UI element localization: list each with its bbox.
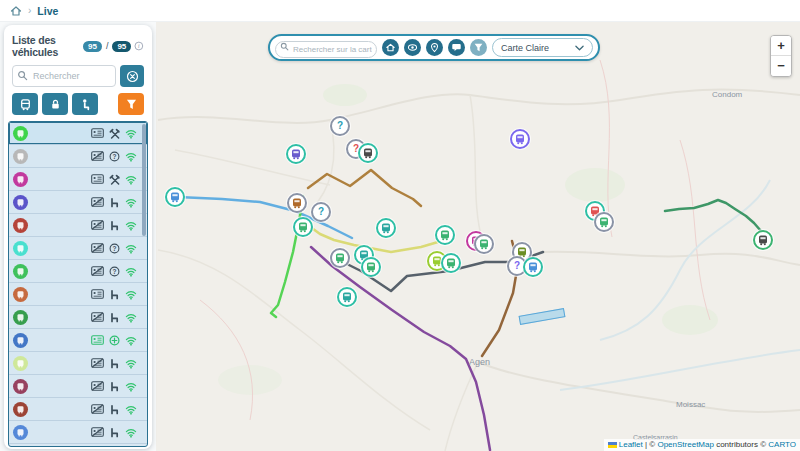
map-marker[interactable]: ?: [287, 193, 307, 213]
map-marker[interactable]: ?: [337, 287, 357, 307]
bus-icon: [757, 234, 769, 246]
map-marker[interactable]: ?: [594, 212, 614, 232]
vehicle-list-item[interactable]: ?: [9, 352, 147, 375]
wifi-icon: [125, 312, 137, 323]
info-icon[interactable]: i: [134, 39, 144, 53]
visibility-button[interactable]: [404, 39, 421, 56]
vehicle-list-item[interactable]: ?: [9, 375, 147, 398]
map-marker[interactable]: ?: [376, 218, 396, 238]
filter-vehicles-button[interactable]: [12, 93, 38, 115]
vehicle-list-item[interactable]: ?: [9, 283, 147, 306]
count-separator: /: [106, 41, 109, 51]
status-icon: ?: [109, 381, 120, 392]
search-icon: [280, 42, 289, 51]
question-icon: ?: [109, 266, 120, 277]
vehicle-list-item[interactable]: ?: [9, 122, 147, 145]
map-marker[interactable]: ?: [286, 144, 306, 164]
wifi-icon: [125, 358, 137, 369]
map-marker[interactable]: ?: [165, 187, 185, 207]
map-marker[interactable]: ?: [293, 217, 313, 237]
filter-drivers-button[interactable]: [72, 93, 98, 115]
clear-search-button[interactable]: [120, 65, 144, 87]
plus-circle-icon: [109, 335, 120, 346]
map-marker[interactable]: ?: [753, 230, 773, 250]
vehicle-list-item[interactable]: ?: [9, 237, 147, 260]
map-marker[interactable]: ?: [523, 257, 543, 277]
map-marker[interactable]: ?: [435, 225, 455, 245]
carto-link[interactable]: CARTO: [768, 440, 796, 449]
advanced-filter-button[interactable]: [118, 93, 144, 115]
bus-icon: [16, 244, 25, 253]
zoom-out-button[interactable]: −: [771, 56, 791, 76]
driver-card-icon: [91, 335, 104, 345]
filter-security-button[interactable]: [42, 93, 68, 115]
bus-icon: [16, 198, 25, 207]
bus-icon: [16, 359, 25, 368]
vehicle-list-item[interactable]: ?: [9, 145, 147, 168]
bus-icon: [362, 147, 374, 159]
home-icon: [385, 42, 396, 53]
map-marker[interactable]: ?: [330, 116, 350, 136]
vehicle-list-item[interactable]: ?: [9, 168, 147, 191]
vehicle-list-item[interactable]: ?: [9, 260, 147, 283]
circle-x-icon: [126, 70, 139, 83]
map-marker[interactable]: ?: [311, 202, 331, 222]
map-marker[interactable]: ?: [474, 234, 494, 254]
map-filter-button[interactable]: [470, 39, 487, 56]
messages-button[interactable]: [448, 39, 465, 56]
status-icon: ?: [109, 266, 120, 277]
recenter-button[interactable]: [382, 39, 399, 56]
vehicle-list-item[interactable]: ?: [9, 214, 147, 237]
question-icon: ?: [109, 151, 120, 162]
bus-icon: [291, 197, 303, 209]
driver-card-icon: [91, 174, 104, 184]
zoom-in-button[interactable]: +: [771, 36, 791, 56]
map-marker[interactable]: ?: [358, 143, 378, 163]
wifi-icon: [125, 197, 137, 208]
seat-icon: [109, 312, 120, 323]
poi-button[interactable]: [426, 39, 443, 56]
map-marker[interactable]: ?: [361, 257, 381, 277]
bus-icon: [16, 382, 25, 391]
status-icon: ?: [109, 427, 120, 438]
driver-card-icon: [91, 289, 104, 299]
status-icon: ?: [109, 289, 120, 300]
vehicle-avatar: [13, 402, 28, 417]
bus-icon: [341, 291, 353, 303]
breadcrumb-page[interactable]: Live: [37, 5, 58, 17]
chevron-down-icon: [575, 45, 584, 51]
osm-link[interactable]: OpenStreetMap: [657, 440, 713, 449]
vehicle-list-item[interactable]: ?: [9, 398, 147, 421]
vehicle-list-item[interactable]: ?: [9, 329, 147, 352]
map-marker[interactable]: ?: [510, 129, 530, 149]
bus-icon: [169, 191, 181, 203]
seat-icon: [109, 197, 120, 208]
vehicle-list-item[interactable]: ?: [9, 306, 147, 329]
svg-text:?: ?: [113, 153, 117, 160]
attribution-text: contributors ©: [714, 440, 768, 449]
svg-text:i: i: [138, 43, 140, 49]
leaflet-link[interactable]: Leaflet: [619, 440, 643, 449]
funnel-icon: [125, 98, 138, 111]
map-marker[interactable]: ?: [330, 248, 350, 268]
seat-icon: [109, 220, 120, 231]
driver-card-icon: [91, 427, 104, 437]
list-scrollbar-thumb[interactable]: [142, 124, 146, 236]
map-search-input[interactable]: [275, 41, 377, 58]
vehicle-list-item[interactable]: ?: [9, 444, 147, 447]
status-icon: ?: [109, 404, 120, 415]
wifi-icon: [125, 220, 137, 231]
status-icon: ?: [109, 243, 120, 254]
vehicle-list: ?: [8, 121, 148, 447]
map-marker[interactable]: ?: [441, 253, 461, 273]
vehicle-list-item[interactable]: ?: [9, 191, 147, 214]
basemap-select[interactable]: Carte Claire: [492, 38, 593, 57]
driver-card-icon: [91, 243, 104, 253]
home-icon[interactable]: [10, 5, 22, 17]
vehicle-avatar: [13, 241, 28, 256]
driver-card-icon: [91, 266, 104, 276]
vehicle-list-item[interactable]: ?: [9, 421, 147, 444]
bus-icon: [365, 261, 377, 273]
svg-text:?: ?: [113, 268, 117, 275]
status-icon: ?: [109, 174, 120, 185]
